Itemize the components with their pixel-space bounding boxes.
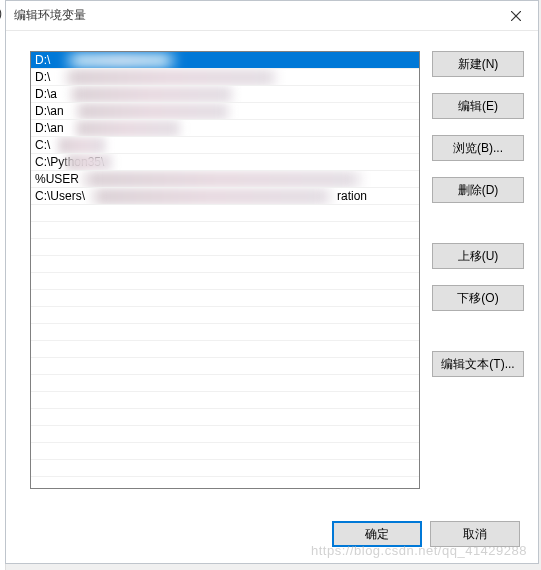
close-icon: [511, 11, 521, 21]
list-item-text: D:\an: [35, 104, 64, 118]
list-item[interactable]: %USER: [31, 171, 419, 188]
new-button[interactable]: 新建(N): [432, 51, 524, 77]
redaction-blur: [61, 52, 181, 69]
list-item-empty[interactable]: [31, 375, 419, 392]
move-down-button[interactable]: 下移(O): [432, 285, 524, 311]
list-item[interactable]: C:\: [31, 137, 419, 154]
list-item-empty[interactable]: [31, 273, 419, 290]
list-item[interactable]: C:\Users\ration: [31, 188, 419, 205]
move-up-button[interactable]: 上移(U): [432, 243, 524, 269]
list-item-empty[interactable]: [31, 290, 419, 307]
redaction-blur: [77, 171, 367, 188]
list-item-text: D:\: [35, 70, 50, 84]
list-item[interactable]: D:\an: [31, 120, 419, 137]
list-item[interactable]: C:\Python35\: [31, 154, 419, 171]
list-item-suffix: ration: [337, 188, 367, 205]
redaction-blur: [65, 154, 113, 171]
list-item-empty[interactable]: [31, 341, 419, 358]
list-item[interactable]: D:\an: [31, 103, 419, 120]
side-button-panel: 新建(N) 编辑(E) 浏览(B)... 删除(D) 上移(U) 下移(O) 编…: [432, 51, 524, 505]
list-item-empty[interactable]: [31, 307, 419, 324]
path-listbox[interactable]: D:\D:\D:\aD:\anD:\anC:\C:\Python35\%USER…: [30, 51, 420, 489]
list-item-text: C:\: [35, 138, 50, 152]
list-item-empty[interactable]: [31, 392, 419, 409]
dialog-footer: 确定 取消: [6, 505, 538, 563]
list-item-empty[interactable]: [31, 256, 419, 273]
list-item[interactable]: D:\: [31, 52, 419, 69]
list-item-text: C:\Users\: [35, 189, 85, 203]
list-item-empty[interactable]: [31, 205, 419, 222]
list-item-empty[interactable]: [31, 443, 419, 460]
edit-text-button[interactable]: 编辑文本(T)...: [432, 351, 524, 377]
fragment-text: )): [0, 6, 2, 20]
redaction-blur: [73, 103, 233, 120]
list-item-text: %USER: [35, 172, 79, 186]
list-item-empty[interactable]: [31, 358, 419, 375]
redaction-blur: [73, 120, 183, 137]
list-item[interactable]: D:\: [31, 69, 419, 86]
list-item-text: D:\a: [35, 87, 57, 101]
redaction-blur: [87, 188, 337, 205]
close-button[interactable]: [494, 1, 538, 31]
titlebar: 编辑环境变量: [6, 1, 538, 31]
redaction-blur: [67, 86, 237, 103]
list-item-empty[interactable]: [31, 239, 419, 256]
edit-env-var-dialog: 编辑环境变量 D:\D:\D:\aD:\anD:\anC:\C:\Python3…: [5, 0, 539, 564]
edit-button[interactable]: 编辑(E): [432, 93, 524, 119]
dialog-title: 编辑环境变量: [14, 7, 86, 24]
list-item-empty[interactable]: [31, 426, 419, 443]
list-item-empty[interactable]: [31, 409, 419, 426]
list-item-empty[interactable]: [31, 222, 419, 239]
list-item-empty[interactable]: [31, 460, 419, 477]
list-item-text: D:\an: [35, 121, 64, 135]
delete-button[interactable]: 删除(D): [432, 177, 524, 203]
ok-button[interactable]: 确定: [332, 521, 422, 547]
browse-button[interactable]: 浏览(B)...: [432, 135, 524, 161]
cancel-button[interactable]: 取消: [430, 521, 520, 547]
redaction-blur: [57, 137, 107, 154]
dialog-content: D:\D:\D:\aD:\anD:\anC:\C:\Python35\%USER…: [6, 31, 538, 505]
list-item-empty[interactable]: [31, 324, 419, 341]
list-item-text: D:\: [35, 53, 50, 67]
list-item[interactable]: D:\a: [31, 86, 419, 103]
redaction-blur: [61, 69, 281, 86]
